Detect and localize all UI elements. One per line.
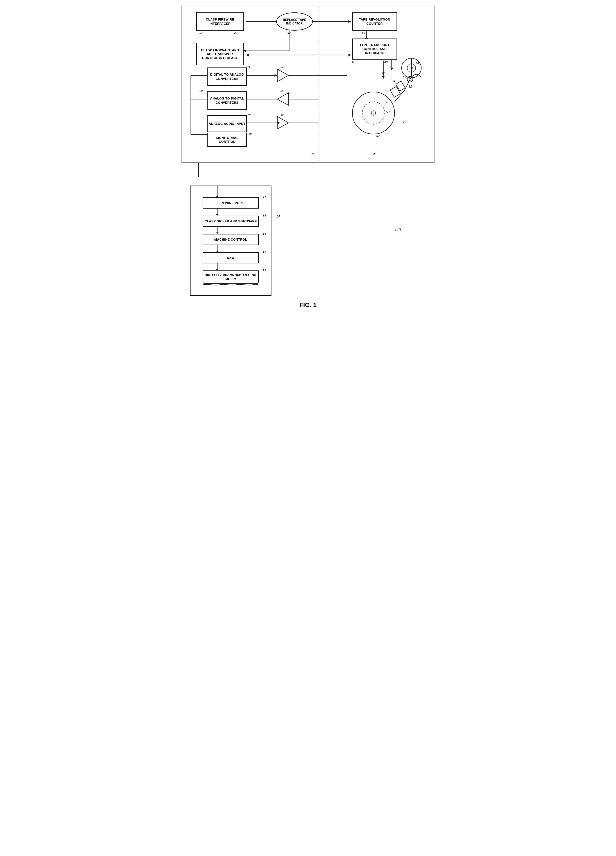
svg-marker-26 (277, 116, 289, 129)
svg-marker-17 (277, 69, 289, 82)
svg-text:56: 56 (372, 111, 375, 115)
clasp-firmware-block: CLASP FIRMWARE AND TAPE TRANSPORT CONTRO… (196, 43, 244, 65)
svg-rect-54 (390, 86, 401, 97)
digital-analog-block: DIGITAL TO ANALOG CONVERTERS (207, 68, 247, 86)
arrow-machine-daw (190, 245, 272, 252)
monitoring-block: MONITORING CONTROL (207, 133, 247, 147)
ref-10: \ 10 (395, 228, 401, 232)
digitally-recorded-block: DIGITALLY RECORDED ANALOG MUSIC 72 (203, 271, 259, 284)
ref-28: 28 (234, 31, 237, 34)
machine-control-block: MACHINE CONTROL 16 (203, 234, 259, 245)
analog-audio-block: ANALOG AUDIO INPUT (207, 115, 247, 132)
clasp-driver-block: CLASP DRIVER AND SOFTWARE 18 (203, 216, 259, 227)
ref-32: 32 (248, 65, 251, 69)
ref-34: 34 (280, 65, 284, 69)
bottom-row: FIREWIRE PORT 22 CLASP DRIVER AND SOFTWA… (181, 177, 435, 296)
bottom-diagram: FIREWIRE PORT 22 CLASP DRIVER AND SOFTWA… (190, 186, 272, 296)
svg-text:50: 50 (386, 110, 390, 114)
firewire-port-block: FIREWIRE PORT 22 (203, 197, 259, 209)
svg-text:64: 64 (392, 79, 395, 83)
daw-block: DAW 12 (203, 252, 259, 263)
tape-revolution-block: TAPE REVOLUTION COUNTER (352, 12, 397, 31)
ref-38: 38 (280, 114, 284, 117)
ref-24: 24 (200, 31, 203, 34)
svg-text:55: 55 (409, 85, 412, 89)
ref-42: 42 (287, 31, 290, 34)
ref-16: 16 (263, 232, 266, 236)
analog-digital-block: ANALOG TO DIGITAL CONVERTERS (207, 91, 247, 109)
svg-text:62: 62 (385, 89, 388, 93)
ref-40: 40 (249, 132, 252, 135)
ref-18: 18 (263, 213, 266, 217)
svg-text:54: 54 (403, 75, 406, 79)
ref-36: 36 (280, 89, 284, 92)
ref-30: 30 (200, 89, 203, 92)
ref-72: 72 (263, 268, 266, 272)
svg-marker-16 (275, 74, 277, 77)
svg-rect-55 (396, 81, 405, 91)
connector-lines (181, 163, 435, 177)
arrow-daw-music (190, 263, 272, 271)
clasp-firewire-block: CLASP FIREWIRE INTERFACER (196, 12, 244, 31)
ref-12: 12 (263, 250, 266, 254)
svg-text:52: 52 (376, 134, 379, 138)
ref-68: 68 (362, 31, 365, 34)
svg-marker-25 (287, 93, 290, 95)
arrow-fw-clasp (190, 209, 272, 216)
ref-44: 44 (373, 152, 376, 156)
svg-marker-20 (277, 93, 289, 105)
figure-label: FIG. 1 (181, 301, 435, 309)
top-diagram: CLASP FIREWIRE INTERFACER 24 28 REPLACE … (181, 6, 435, 163)
ref-70: 70 (248, 114, 251, 117)
svg-text:60: 60 (385, 100, 388, 104)
replace-tape-block: REPLACE TAPE INDICATOR (276, 12, 313, 31)
svg-marker-28 (277, 122, 280, 124)
ref-26: 26 (311, 152, 315, 156)
bottom-diagram-header-arrow (190, 186, 272, 197)
svg-marker-12 (246, 54, 249, 57)
svg-text:20: 20 (403, 120, 406, 124)
arrow-clasp-machine (190, 227, 272, 234)
ref-22: 22 (263, 195, 266, 199)
svg-text:58: 58 (416, 61, 419, 65)
svg-marker-4 (349, 20, 351, 23)
ref-14: 14 (276, 214, 280, 219)
